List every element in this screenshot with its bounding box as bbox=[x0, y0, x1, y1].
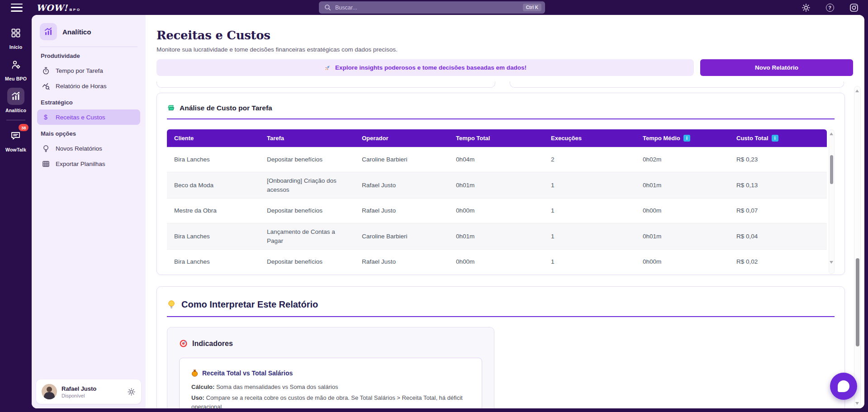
indicators-box: Indicadores bbox=[167, 327, 494, 408]
user-status: Disponível bbox=[62, 393, 96, 398]
theme-sun-icon[interactable] bbox=[801, 3, 811, 12]
cell-tarefa: Depositar benefícios bbox=[260, 151, 355, 168]
scroll-up-arrow-icon[interactable] bbox=[830, 133, 833, 135]
interpret-card: Como Interpretar Este Relatório bbox=[157, 286, 845, 408]
cell-tempo-medio: 0h01m bbox=[636, 177, 729, 194]
cell-custo-total: R$ 0,02 bbox=[729, 253, 827, 270]
cell-tempo-total: 0h00m bbox=[449, 253, 544, 270]
cell-operador: Caroline Barbieri bbox=[355, 228, 449, 245]
rail-item-meu-bpo[interactable]: Meu BPO bbox=[1, 53, 31, 85]
user-gear-icon bbox=[7, 56, 24, 73]
cell-tempo-medio: 0h00m bbox=[636, 253, 729, 270]
cell-tarefa: [Onboarding] Criação dos acessos bbox=[260, 172, 355, 198]
cell-execucoes: 1 bbox=[544, 253, 636, 270]
cell-tempo-total: 0h01m bbox=[449, 228, 544, 245]
topbar-actions bbox=[801, 0, 859, 15]
sidebar-item-label: Tempo por Tarefa bbox=[56, 67, 103, 74]
menu-icon[interactable] bbox=[11, 4, 23, 12]
global-search[interactable]: Ctrl K bbox=[319, 1, 545, 14]
purple-rule bbox=[167, 316, 835, 317]
avatar bbox=[42, 384, 57, 399]
page-subtitle: Monitore sua lucratividade e tome decisõ… bbox=[157, 46, 853, 53]
app-window: WOW! BPO Ctrl K bbox=[0, 0, 868, 412]
chat-icon: 38 bbox=[7, 127, 24, 144]
cell-tempo-total: 0h00m bbox=[449, 202, 544, 219]
search-input[interactable] bbox=[335, 5, 523, 11]
sidebar-item-relatorio-de-horas[interactable]: Relatório de Horas bbox=[37, 78, 140, 94]
target-icon bbox=[179, 339, 188, 348]
cell-cliente: Bira Lanches bbox=[167, 228, 260, 245]
indicator-item: Receita Total vs Total Salários Cálculo:… bbox=[179, 358, 482, 408]
info-icon[interactable] bbox=[772, 135, 778, 142]
info-icon[interactable] bbox=[683, 135, 690, 142]
rail-divider bbox=[6, 120, 25, 120]
partial-card bbox=[157, 81, 495, 88]
analytics-chart-icon bbox=[40, 23, 57, 40]
app-logo: WOW! BPO bbox=[36, 3, 81, 13]
rail-item-inicio[interactable]: Início bbox=[1, 21, 31, 53]
scrollbar-thumb[interactable] bbox=[856, 258, 859, 346]
sidebar: Analítico Produtividade Tempo por Tarefa bbox=[32, 15, 146, 408]
lightbulb-icon bbox=[167, 300, 176, 310]
sidebar-item-tempo-por-tarefa[interactable]: Tempo por Tarefa bbox=[37, 63, 140, 78]
cell-custo-total: R$ 0,23 bbox=[729, 151, 827, 168]
main-panel: Receitas e Custos Monitore sua lucrativi… bbox=[146, 15, 864, 408]
rail-label: Analítico bbox=[5, 108, 26, 113]
purple-rule bbox=[167, 118, 835, 119]
sidebar-title: Analítico bbox=[62, 28, 91, 36]
instagram-icon[interactable] bbox=[849, 3, 859, 12]
chat-bubble-icon bbox=[838, 380, 849, 392]
sidebar-header: Analítico bbox=[37, 21, 140, 47]
icon-rail: Início Meu BPO bbox=[0, 15, 32, 412]
spreadsheet-grid-icon bbox=[42, 160, 50, 168]
sidebar-item-label: Exportar Planilhas bbox=[56, 161, 105, 167]
sidebar-item-novos-relatorios[interactable]: Novos Relatórios bbox=[37, 141, 140, 156]
help-icon[interactable] bbox=[825, 3, 835, 12]
rail-item-analitico[interactable]: Analítico bbox=[1, 85, 31, 116]
notification-badge: 38 bbox=[19, 124, 28, 131]
moneybag-icon bbox=[191, 369, 198, 377]
banner-text: Explore insights poderosos e tome decisõ… bbox=[335, 64, 526, 71]
interpret-title: Como Interpretar Este Relatório bbox=[181, 299, 318, 310]
page-header: Receitas e Custos Monitore sua lucrativi… bbox=[146, 15, 864, 76]
sidebar-item-receitas-e-custos[interactable]: Receitas e Custos bbox=[37, 109, 140, 125]
rail-item-wowtalk[interactable]: 38 WowTalk bbox=[1, 124, 31, 156]
rail-label: Meu BPO bbox=[5, 76, 27, 81]
table-scrollbar[interactable] bbox=[829, 129, 835, 274]
column-header: Operador bbox=[355, 129, 449, 147]
cell-tempo-medio: 0h02m bbox=[636, 151, 729, 168]
table-row: Bira Lanches Lançamento de Contas a Paga… bbox=[167, 223, 827, 249]
scroll-up-arrow-icon[interactable] bbox=[855, 90, 859, 92]
chat-fab-button[interactable] bbox=[830, 373, 857, 400]
user-name: Rafael Justo bbox=[62, 385, 96, 392]
cost-analysis-card: Análise de Custo por Tarefa Cliente Tare… bbox=[157, 93, 845, 275]
table-row: Beco da Moda [Onboarding] Criação dos ac… bbox=[167, 172, 827, 198]
cell-execucoes: 2 bbox=[544, 151, 636, 168]
section-produtividade: Produtividade bbox=[41, 52, 137, 59]
logo-text: WOW! bbox=[36, 3, 68, 13]
scroll-content: Análise de Custo por Tarefa Cliente Tare… bbox=[146, 81, 864, 408]
rail-label: Início bbox=[9, 44, 23, 50]
stopwatch-icon bbox=[42, 66, 50, 75]
page-title: Receitas e Custos bbox=[157, 28, 853, 42]
sidebar-item-exportar-planilhas[interactable]: Exportar Planilhas bbox=[37, 156, 140, 171]
cell-custo-total: R$ 0,04 bbox=[729, 228, 827, 245]
column-header: Tempo Médio bbox=[636, 129, 729, 147]
app-shell: Analítico Produtividade Tempo por Tarefa bbox=[32, 15, 864, 408]
scrollbar-thumb[interactable] bbox=[830, 155, 833, 184]
cell-execucoes: 1 bbox=[544, 228, 636, 245]
scroll-down-arrow-icon[interactable] bbox=[855, 402, 859, 405]
settings-gear-icon[interactable] bbox=[127, 388, 136, 396]
table-row: Bira Lanches Depositar benefícios Caroli… bbox=[167, 147, 827, 172]
lightbulb-outline-icon bbox=[42, 144, 50, 152]
main-scrollbar[interactable] bbox=[854, 86, 861, 408]
new-report-button[interactable]: Novo Relatório bbox=[700, 59, 853, 76]
cell-operador: Caroline Barbieri bbox=[355, 151, 449, 168]
column-header: Custo Total bbox=[729, 129, 827, 147]
scroll-down-arrow-icon[interactable] bbox=[830, 261, 833, 264]
cell-execucoes: 1 bbox=[544, 177, 636, 194]
section-estrategico: Estratégico bbox=[41, 99, 137, 106]
cell-tempo-total: 0h01m bbox=[449, 177, 544, 194]
money-banknote-icon bbox=[167, 104, 175, 112]
indicator-use: Uso: Compare se a receita cobre os custo… bbox=[191, 393, 470, 408]
